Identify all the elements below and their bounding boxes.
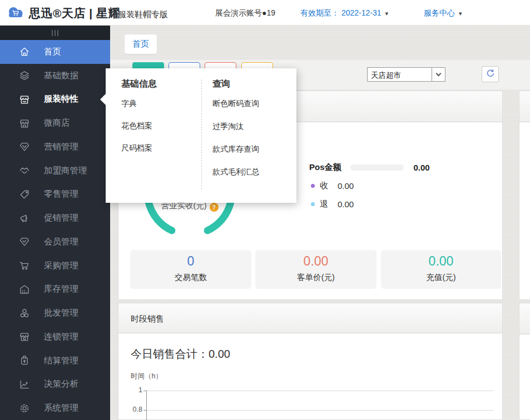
sidebar-item-member[interactable]: 会员管理 [0, 230, 110, 254]
flyout-divider [201, 79, 202, 189]
pos-progress-bar [350, 164, 404, 171]
stat-label: 交易笔数 [130, 272, 251, 283]
stat-card-recharge: 0.00 充值(元) [381, 250, 501, 289]
sidebar-item-label: 微商店 [44, 117, 70, 129]
chain-store-icon [18, 330, 31, 343]
receive-dot-icon [311, 184, 315, 188]
sidebar-item-retail[interactable]: 零售管理 [0, 183, 110, 207]
flyout-item-size-archive[interactable]: 尺码档案 [121, 143, 196, 153]
apparel-features-flyout: 基础信息 字典 花色档案 尺码档案 查询 断色断码查询 过季淘汰 款式库存查询 … [106, 68, 296, 203]
pos-amount-block: Pos金额 0.00 收 0.00 退 0.00 [309, 162, 498, 209]
stat-value: 0 [130, 254, 251, 269]
sidebar-item-label: 结算管理 [44, 355, 78, 367]
flyout-item-pattern-archive[interactable]: 花色档案 [121, 121, 196, 131]
sales-panel-header: 时段销售 [118, 303, 502, 333]
layers-icon [18, 69, 31, 82]
sidebar-item-inventory[interactable]: 库存管理 [0, 278, 110, 302]
flyout-section-title: 基础信息 [121, 78, 196, 90]
stat-value: 0.00 [381, 254, 501, 269]
sidebar-nav: 首页 基础数据 服装特性 微商店 营销管理 加盟商管理 零售管理 促销管理 [0, 40, 110, 420]
sales-panel: 时段销售 今日销售合计：0.00 时间（h） 1 0.8 [118, 303, 503, 420]
stat-value: 0.00 [255, 254, 377, 269]
refund-dot-icon [311, 202, 315, 206]
sidebar-item-label: 基础数据 [44, 70, 78, 82]
edition-label: 服装鞋帽专版 [118, 9, 168, 20]
refund-label: 退 [320, 199, 335, 209]
logo-cloud-cart-icon [6, 4, 26, 23]
cart-icon [18, 259, 31, 272]
flyout-section-title: 查询 [212, 78, 293, 90]
account-label: 展会演示账号●19 [215, 8, 275, 18]
sidebar-item-label: 批发管理 [44, 307, 78, 319]
store-selector-value: 天店超市 [368, 68, 432, 81]
sidebar-item-purchase[interactable]: 采购管理 [0, 254, 110, 278]
flyout-item-broken-color-size-query[interactable]: 断色断码查询 [212, 99, 293, 109]
sidebar-item-label: 服装特性 [44, 93, 78, 105]
handshake-icon [18, 164, 31, 177]
sidebar-item-micro-store[interactable]: 微商店 [0, 111, 110, 135]
home-icon [18, 45, 31, 58]
gear-icon [18, 402, 31, 415]
stat-label: 充值(元) [381, 272, 501, 283]
collapse-sidebar-icon[interactable] [0, 26, 110, 40]
y-tick-label: 1 [128, 386, 142, 394]
flyout-item-dictionary[interactable]: 字典 [121, 99, 196, 109]
sidebar-item-settlement[interactable]: 结算管理 [0, 349, 110, 373]
y-tick-label: 0.8 [128, 406, 142, 413]
help-icon[interactable]: ? [210, 203, 219, 212]
tab-home[interactable]: 首页 [125, 34, 157, 54]
sidebar-item-marketing[interactable]: 营销管理 [0, 135, 110, 159]
stat-label: 客单价(元) [255, 272, 377, 283]
chart-gridline [146, 391, 493, 391]
caret-down-icon: ▾ [385, 10, 389, 17]
y-axis-title: 时间（h） [131, 372, 162, 381]
right-column-panel-bottom [519, 303, 530, 420]
flyout-section-basic-info: 基础信息 字典 花色档案 尺码档案 [121, 78, 196, 166]
service-center-dropdown[interactable]: 服务中心▾ [424, 8, 462, 18]
select-chevron-icon [432, 68, 445, 81]
stat-card-transactions: 0 交易笔数 [130, 250, 251, 289]
sidebar-item-system[interactable]: 系统管理 [0, 396, 110, 420]
receive-label: 收 [320, 181, 335, 191]
flyout-item-style-gross-profit-summary[interactable]: 款式毛利汇总 [212, 167, 293, 177]
sidebar-item-label: 系统管理 [44, 402, 78, 414]
refresh-button[interactable] [482, 66, 499, 82]
sales-panel-title: 时段销售 [118, 303, 502, 324]
validity-dropdown[interactable]: 有效期至： 2022-12-31▾ [300, 8, 388, 18]
sidebar-item-chain[interactable]: 连锁管理 [0, 325, 110, 349]
sidebar-item-label: 促销管理 [44, 212, 78, 224]
store-selector[interactable]: 天店超市 [367, 67, 445, 82]
topbar: 思迅®天店 | 星耀 服装鞋帽专版 展会演示账号●19 有效期至： 2022-1… [0, 0, 530, 26]
sidebar-item-wholesale[interactable]: 批发管理 [0, 301, 110, 325]
sidebar: 首页 基础数据 服装特性 微商店 营销管理 加盟商管理 零售管理 促销管理 [0, 26, 110, 420]
cubes-icon [18, 307, 31, 320]
refresh-icon [486, 68, 496, 81]
today-sales-total: 今日销售合计：0.00 [131, 347, 230, 362]
storefront-icon [18, 93, 31, 106]
warehouse-icon [18, 283, 31, 296]
chart-gridline [146, 410, 493, 411]
shop-icon [18, 117, 31, 130]
chart-y-axis [146, 391, 147, 420]
sidebar-item-label: 采购管理 [44, 260, 78, 272]
sidebar-item-franchisee[interactable]: 加盟商管理 [0, 159, 110, 183]
sidebar-item-label: 营销管理 [44, 141, 78, 153]
flyout-item-style-stock-query[interactable]: 款式库存查询 [212, 144, 293, 154]
megaphone-icon [18, 212, 31, 225]
sidebar-item-basic-data[interactable]: 基础数据 [0, 64, 110, 88]
sidebar-item-analysis[interactable]: 决策分析 [0, 373, 110, 397]
member-diamond-icon [18, 235, 31, 248]
right-column-panel-top [519, 91, 530, 300]
sidebar-item-promotion[interactable]: 促销管理 [0, 206, 110, 230]
sidebar-item-label: 加盟商管理 [44, 165, 87, 177]
app-logo-title: 思迅®天店 | 星耀 [29, 6, 120, 21]
sidebar-item-label: 零售管理 [44, 188, 78, 200]
flyout-item-off-season-elimination[interactable]: 过季淘汰 [212, 122, 293, 132]
receive-value: 0.00 [338, 181, 354, 191]
diamond-icon [18, 140, 31, 153]
sidebar-item-home[interactable]: 首页 [0, 40, 110, 64]
pos-amount-label: Pos金额 [309, 162, 341, 173]
caret-down-icon: ▾ [459, 10, 462, 17]
sidebar-item-label: 库存管理 [44, 283, 78, 295]
sidebar-item-apparel-features[interactable]: 服装特性 [0, 88, 110, 112]
